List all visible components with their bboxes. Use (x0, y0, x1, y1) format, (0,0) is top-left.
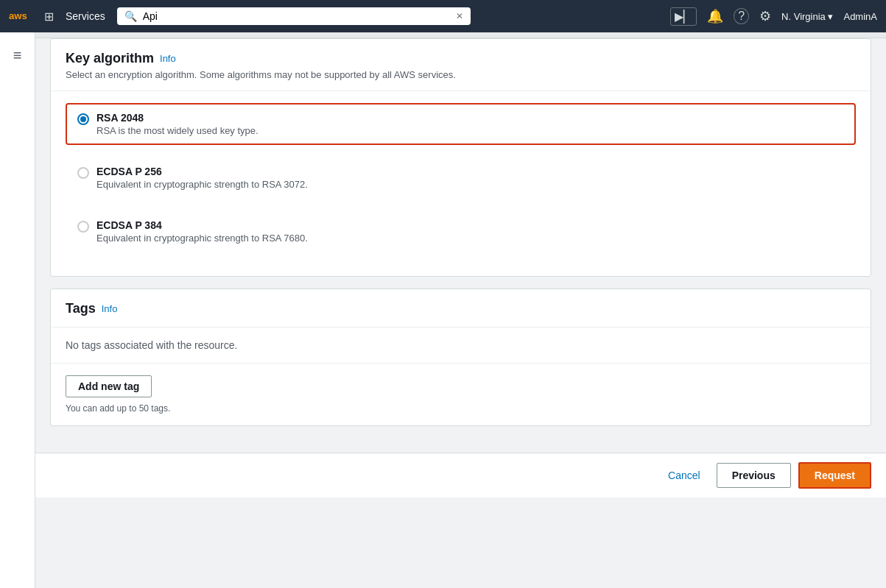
key-algorithm-description: Select an encryption algorithm. Some alg… (66, 69, 856, 80)
radio-sublabel-ecdsa256: Equivalent in cryptographic strength to … (96, 179, 308, 190)
terminal-icon[interactable]: ▶▏ (670, 7, 697, 26)
search-input[interactable] (143, 10, 450, 22)
key-algorithm-title: Key algorithm Info (66, 51, 856, 66)
radio-inner-ecdsa256 (77, 167, 89, 179)
tags-info-link[interactable]: Info (102, 303, 118, 314)
services-button[interactable]: Services (60, 7, 111, 25)
services-label: Services (66, 10, 105, 22)
key-algorithm-card: Key algorithm Info Select an encryption … (50, 38, 871, 277)
help-icon[interactable]: ? (734, 8, 749, 24)
radio-label-ecdsa384: ECDSA P 384 (96, 219, 308, 231)
tags-hint: You can add up to 50 tags. (66, 403, 856, 414)
radio-btn-ecdsa256[interactable] (77, 167, 89, 179)
key-algorithm-body: RSA 2048 RSA is the most widely used key… (51, 91, 871, 276)
sidebar: ≡ (0, 32, 35, 588)
tags-title: Tags Info (66, 301, 856, 316)
user-menu[interactable]: AdminA (843, 11, 877, 22)
tags-empty-text: No tags associated with the resource. (51, 327, 871, 364)
radio-label-ecdsa256: ECDSA P 256 (96, 166, 308, 177)
search-bar: 🔍 ✕ (117, 7, 471, 25)
search-icon: 🔍 (124, 10, 137, 22)
content-wrapper: Key algorithm Info Select an encryption … (35, 38, 886, 453)
radio-label-rsa2048: RSA 2048 (96, 112, 259, 124)
svg-text:aws: aws (9, 10, 27, 21)
aws-logo[interactable]: aws (9, 7, 35, 25)
key-algorithm-info-link[interactable]: Info (160, 53, 176, 64)
radio-sublabel-rsa2048: RSA is the most widely used key type. (96, 125, 259, 136)
radio-sublabel-ecdsa384: Equivalent in cryptographic strength to … (96, 233, 308, 244)
tags-header: Tags Info (51, 289, 871, 327)
scroll-strip (35, 32, 886, 38)
main-content: Key algorithm Info Select an encryption … (35, 32, 886, 588)
previous-button[interactable]: Previous (717, 463, 791, 488)
radio-text-ecdsa384: ECDSA P 384 Equivalent in cryptographic … (96, 219, 308, 244)
request-button[interactable]: Request (798, 462, 871, 489)
radio-btn-ecdsa384[interactable] (77, 221, 89, 233)
add-new-tag-button[interactable]: Add new tag (66, 375, 152, 397)
region-selector[interactable]: N. Virginia ▾ (781, 11, 833, 22)
grid-icon[interactable]: ⊞ (44, 10, 54, 24)
tags-card: Tags Info No tags associated with the re… (50, 288, 871, 426)
radio-btn-rsa2048[interactable] (77, 113, 89, 125)
radio-text-ecdsa256: ECDSA P 256 Equivalent in cryptographic … (96, 166, 308, 190)
bottom-action-bar: Cancel Previous Request (35, 453, 886, 497)
nav-right-icons: ▶▏ 🔔 ? ⚙ N. Virginia ▾ AdminA (670, 7, 877, 26)
cancel-button[interactable]: Cancel (659, 465, 709, 486)
top-navigation: aws ⊞ Services 🔍 ✕ ▶▏ 🔔 ? ⚙ N. Virginia … (0, 0, 886, 32)
tags-body: Add new tag You can add up to 50 tags. (51, 364, 871, 425)
radio-option-ecdsa256[interactable]: ECDSA P 256 Equivalent in cryptographic … (66, 157, 856, 199)
bell-icon[interactable]: 🔔 (707, 8, 723, 24)
radio-inner-ecdsa384 (77, 221, 89, 233)
radio-text-rsa2048: RSA 2048 RSA is the most widely used key… (96, 112, 259, 136)
radio-option-rsa2048[interactable]: RSA 2048 RSA is the most widely used key… (66, 103, 856, 145)
sidebar-menu-icon[interactable]: ≡ (7, 41, 28, 70)
page-layout: ≡ Key algorithm Info Select an encryptio… (0, 32, 886, 588)
radio-inner-rsa2048 (77, 113, 89, 125)
radio-option-ecdsa384[interactable]: ECDSA P 384 Equivalent in cryptographic … (66, 210, 856, 252)
key-algorithm-header: Key algorithm Info Select an encryption … (51, 39, 871, 91)
search-clear-icon[interactable]: ✕ (456, 11, 463, 21)
settings-icon[interactable]: ⚙ (759, 8, 771, 24)
